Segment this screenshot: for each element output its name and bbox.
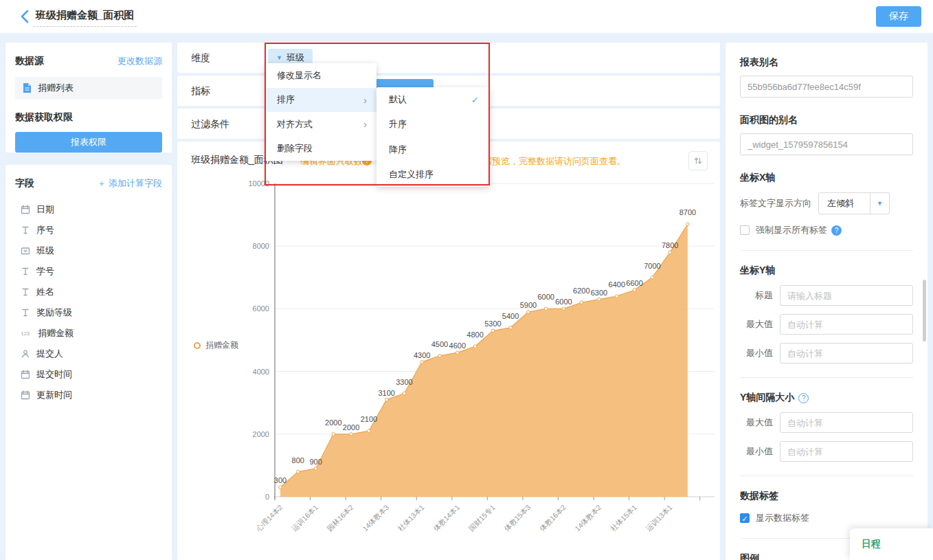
calendar-icon bbox=[21, 390, 30, 400]
datasource-name: 捐赠列表 bbox=[38, 82, 74, 94]
person-icon bbox=[21, 349, 30, 359]
divider bbox=[740, 377, 913, 378]
schedule-label: 日程 bbox=[862, 538, 881, 550]
perm-header: 数据获取权限 bbox=[5, 99, 172, 124]
field-item[interactable]: 提交时间 bbox=[5, 364, 172, 385]
submenu-item[interactable]: 降序 bbox=[376, 137, 490, 162]
svg-text:运训13本1: 运训13本1 bbox=[644, 503, 673, 533]
svg-text:6000: 6000 bbox=[537, 293, 554, 301]
text-field-icon bbox=[21, 287, 30, 297]
label-direction-select[interactable]: 左倾斜 ▼ bbox=[818, 192, 890, 214]
page-title[interactable]: 班级捐赠金额_面积图 bbox=[33, 9, 137, 27]
gap-min-input[interactable] bbox=[780, 441, 913, 462]
text-field-icon bbox=[21, 225, 30, 235]
select-field-icon bbox=[21, 246, 30, 256]
report-alias-input[interactable] bbox=[740, 76, 913, 98]
svg-text:体教14本1: 体教14本1 bbox=[431, 503, 461, 533]
field-item[interactable]: 学号 bbox=[5, 261, 172, 282]
report-permission-button[interactable]: 报表权限 bbox=[15, 132, 162, 153]
submenu-item[interactable]: 默认✓ bbox=[376, 87, 490, 112]
file-icon bbox=[22, 82, 32, 93]
chevron-right-icon: › bbox=[363, 94, 367, 106]
field-item[interactable]: 日期 bbox=[5, 199, 172, 220]
svg-text:800: 800 bbox=[292, 456, 304, 464]
field-item[interactable]: 奖励等级 bbox=[5, 302, 172, 323]
divider bbox=[740, 475, 913, 476]
area-chart: 0200040006000800010000300800900200020002… bbox=[177, 142, 720, 560]
svg-text:5300: 5300 bbox=[484, 320, 501, 328]
svg-text:7000: 7000 bbox=[644, 262, 660, 270]
field-item[interactable]: 123捐赠金额 bbox=[5, 323, 172, 344]
warning-text-suffix: 据预览，完整数据请访问页面查看。 bbox=[483, 155, 626, 168]
y-title-input[interactable] bbox=[780, 285, 913, 306]
svg-text:123: 123 bbox=[21, 331, 30, 337]
sort-submenu: 默认✓升序降序自定义排序 bbox=[376, 87, 490, 187]
help-icon[interactable]: ? bbox=[798, 393, 809, 403]
svg-text:6600: 6600 bbox=[626, 279, 642, 287]
menu-item[interactable]: 排序› bbox=[265, 88, 376, 113]
svg-text:6300: 6300 bbox=[591, 289, 607, 297]
field-item[interactable]: 更新时间 bbox=[5, 385, 172, 405]
save-button[interactable]: 保存 bbox=[876, 6, 921, 27]
svg-text:2000: 2000 bbox=[253, 430, 269, 438]
change-datasource-link[interactable]: 更改数据源 bbox=[117, 55, 162, 67]
gap-max-label: 最大值 bbox=[740, 416, 773, 429]
show-data-label-checkbox[interactable]: ✓ bbox=[740, 513, 750, 523]
svg-text:社体13本1: 社体13本1 bbox=[396, 503, 425, 533]
menu-item[interactable]: 删除字段 bbox=[265, 137, 376, 161]
settings-panel: 报表别名 面积图的别名 坐标X轴 标签文字显示方向 左倾斜 ▼ 强制显示所有标签… bbox=[726, 43, 928, 560]
report-designer: 班级捐赠金额_面积图 保存 数据源 更改数据源 捐赠列表 数据获取权限 报表权限… bbox=[0, 0, 933, 560]
field-item[interactable]: 姓名 bbox=[5, 282, 172, 302]
field-list: 日期序号班级学号姓名奖励等级123捐赠金额提交人提交时间更新时间 bbox=[5, 199, 172, 405]
datasource-item[interactable]: 捐赠列表 bbox=[15, 77, 162, 99]
calendar-icon bbox=[21, 370, 30, 379]
svg-text:社体15本1: 社体15本1 bbox=[609, 503, 638, 533]
svg-text:14体教本2: 14体教本2 bbox=[573, 503, 603, 533]
datasource-header: 数据源 bbox=[15, 55, 44, 67]
field-item[interactable]: 序号 bbox=[5, 220, 172, 240]
force-labels-checkbox[interactable] bbox=[740, 225, 750, 235]
y-max-input[interactable] bbox=[780, 314, 913, 335]
menu-item[interactable]: 对齐方式› bbox=[265, 112, 376, 137]
scrollbar-thumb[interactable] bbox=[923, 280, 926, 341]
check-icon: ✓ bbox=[471, 95, 479, 105]
submenu-item[interactable]: 自定义排序 bbox=[376, 162, 490, 187]
area-alias-input[interactable] bbox=[740, 133, 913, 155]
svg-text:4300: 4300 bbox=[414, 351, 430, 359]
text-field-icon bbox=[21, 267, 30, 276]
svg-text:6000: 6000 bbox=[555, 298, 572, 306]
submenu-item[interactable]: 升序 bbox=[376, 112, 490, 137]
y-min-input[interactable] bbox=[780, 343, 913, 363]
svg-text:3300: 3300 bbox=[396, 378, 412, 386]
dimension-row: 维度 ▼ 班级 bbox=[177, 43, 720, 73]
field-context-menu: 修改显示名排序›对齐方式›删除字段 bbox=[265, 63, 376, 161]
field-item[interactable]: 提交人 bbox=[5, 344, 172, 364]
topbar: 班级捐赠金额_面积图 保存 bbox=[0, 0, 933, 33]
svg-text:国财15专1: 国财15专1 bbox=[467, 503, 497, 533]
svg-text:6400: 6400 bbox=[609, 280, 625, 289]
svg-text:8700: 8700 bbox=[679, 208, 696, 216]
chart-card: 班级捐赠金额_面积图 捐赠金额 020004000600080001000030… bbox=[177, 142, 720, 560]
svg-text:2000: 2000 bbox=[343, 423, 359, 432]
help-icon[interactable]: ? bbox=[831, 225, 842, 236]
menu-item[interactable]: 修改显示名 bbox=[265, 63, 376, 88]
svg-text:7800: 7800 bbox=[662, 241, 678, 249]
back-button[interactable] bbox=[18, 9, 33, 24]
show-data-label-label: 显示数据标签 bbox=[756, 512, 809, 524]
field-item[interactable]: 班级 bbox=[5, 240, 172, 261]
svg-text:5400: 5400 bbox=[502, 312, 519, 320]
gap-max-input[interactable] bbox=[780, 412, 913, 433]
svg-text:心理14本2: 心理14本2 bbox=[254, 503, 284, 533]
y-title-label: 标题 bbox=[740, 289, 773, 302]
svg-text:园林16本2: 园林16本2 bbox=[325, 503, 355, 533]
number-field-icon: 123 bbox=[21, 328, 32, 338]
svg-text:8000: 8000 bbox=[253, 242, 269, 250]
report-alias-header: 报表别名 bbox=[740, 56, 913, 69]
schedule-popup[interactable]: 日程 bbox=[850, 528, 933, 560]
svg-text:300: 300 bbox=[274, 476, 286, 484]
svg-text:6200: 6200 bbox=[573, 287, 589, 295]
svg-text:900: 900 bbox=[309, 458, 322, 466]
svg-text:运训16本1: 运训16本1 bbox=[290, 503, 319, 533]
add-calc-field-link[interactable]: ＋ 添加计算字段 bbox=[97, 177, 162, 190]
svg-text:2000: 2000 bbox=[325, 418, 341, 427]
